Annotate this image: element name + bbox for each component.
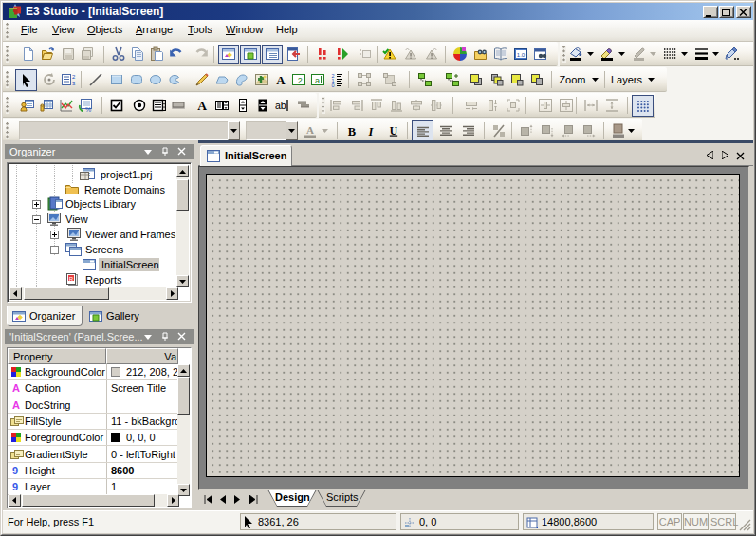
svg-text:A: A [276, 73, 286, 87]
svg-text:ab: ab [275, 100, 286, 111]
svg-text:1.0: 1.0 [517, 52, 526, 58]
svg-text:A: A [306, 124, 314, 136]
svg-text:R: R [69, 276, 74, 282]
svg-text:A: A [197, 99, 207, 113]
svg-text:a: a [315, 76, 320, 85]
svg-text:.2: .2 [295, 76, 303, 85]
svg-text:%: % [85, 106, 91, 113]
svg-text:B: B [348, 125, 356, 139]
svg-text:0: 0 [331, 83, 334, 87]
svg-text:3: 3 [72, 81, 76, 86]
svg-text:U: U [390, 125, 398, 137]
svg-text:2: 2 [72, 74, 76, 80]
svg-text:I: I [368, 125, 375, 139]
